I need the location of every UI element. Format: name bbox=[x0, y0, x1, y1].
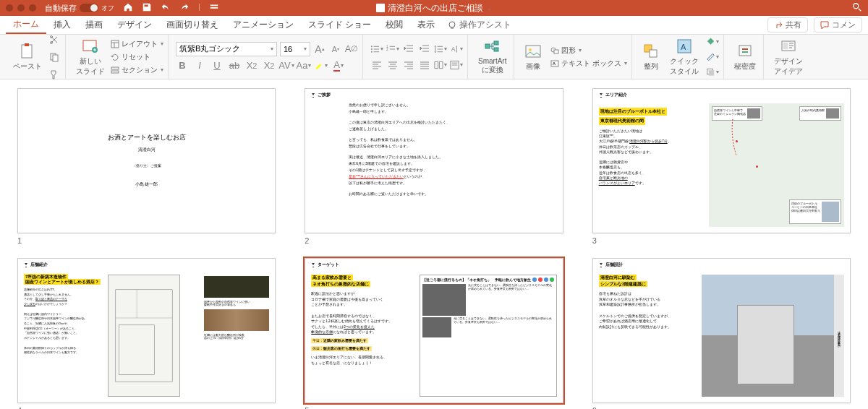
slide3-map: 自然派ワインと中華で注目のミシュラン掲載店 人気の現代美術館 注目のブルーボトル… bbox=[709, 103, 844, 227]
tab-insert[interactable]: 挿入 bbox=[46, 16, 78, 34]
window-controls[interactable] bbox=[6, 4, 36, 12]
shrink-font-icon[interactable]: A▾ bbox=[329, 43, 342, 56]
slide-thumbnail-1[interactable]: お酒とアートを楽しむお店 清澄白河 〈借り主〉ご提案 小島 雄一郎 1 bbox=[17, 88, 276, 245]
clear-format-icon[interactable]: A∅ bbox=[345, 43, 358, 56]
tab-review[interactable]: 校閲 bbox=[378, 16, 410, 34]
change-case-icon[interactable]: Aa▾ bbox=[297, 59, 310, 72]
shape-fill-icon[interactable]: ▾ bbox=[706, 35, 719, 48]
numbering-icon[interactable]: 12▾ bbox=[386, 43, 399, 56]
tell-me[interactable]: 操作アシスト bbox=[448, 19, 511, 31]
bullets-icon[interactable]: ▾ bbox=[370, 43, 383, 56]
layout-button[interactable]: レイアウト▾ bbox=[111, 38, 163, 50]
shape-outline-icon[interactable]: ▾ bbox=[706, 51, 719, 64]
tab-design[interactable]: デザイン bbox=[110, 16, 159, 34]
slide-number: 3 bbox=[592, 236, 851, 245]
align-left-icon[interactable] bbox=[370, 59, 383, 72]
slide-thumbnail-2[interactable]: ご挨拶 当然のお便りで申し訳ございません。小島雄一郎と申します。 この度は東京の… bbox=[305, 88, 563, 245]
arrange-button[interactable]: 整列 bbox=[639, 41, 663, 73]
subscript-icon[interactable]: X2 bbox=[245, 59, 258, 72]
columns-icon[interactable]: ▾ bbox=[434, 59, 447, 72]
font-group: 筑紫B丸ゴシック▾ 16▾ A▴ A▾ A∅ B I U ab X2 X2 AV… bbox=[171, 35, 363, 79]
designideas-group: デザイン アイデア bbox=[767, 35, 810, 79]
svg-text:2: 2 bbox=[386, 47, 388, 51]
indent-inc-icon[interactable] bbox=[418, 43, 431, 56]
tab-slideshow[interactable]: スライド ショー bbox=[301, 16, 378, 34]
svg-point-15 bbox=[371, 48, 373, 50]
svg-rect-40 bbox=[783, 43, 788, 49]
align-right-icon[interactable] bbox=[402, 59, 415, 72]
superscript-icon[interactable]: X2 bbox=[263, 59, 276, 72]
bold-icon[interactable]: B bbox=[176, 59, 189, 72]
char-spacing-icon[interactable]: AV▾ bbox=[280, 59, 293, 72]
strike-icon[interactable]: ab bbox=[228, 59, 241, 72]
search-button[interactable] bbox=[852, 2, 862, 14]
font-color-icon[interactable]: A▾ bbox=[332, 59, 345, 72]
tab-view[interactable]: 表示 bbox=[410, 16, 442, 34]
new-slide-label: 新しい スライド bbox=[76, 56, 105, 77]
svg-point-2 bbox=[449, 22, 455, 27]
tab-transitions[interactable]: 画面切り替え bbox=[159, 16, 226, 34]
format-painter-icon[interactable] bbox=[48, 68, 61, 81]
justify-icon[interactable] bbox=[418, 59, 431, 72]
tab-animations[interactable]: アニメーション bbox=[226, 16, 301, 34]
sensitivity-button[interactable]: 秘密度 bbox=[731, 41, 759, 73]
slide-sorter[interactable]: お酒とアートを楽しむお店 清澄白河 〈借り主〉ご提案 小島 雄一郎 1 ご挨拶 … bbox=[0, 79, 868, 409]
align-center-icon[interactable] bbox=[386, 59, 399, 72]
svg-rect-27 bbox=[554, 50, 558, 53]
slide-thumbnail-3[interactable]: エリア紹介 現地は注目のブルーボトル本社と 東京都現代美術館の間 ご検討いただき… bbox=[592, 88, 851, 245]
autosave-label: 自動保存 bbox=[45, 3, 77, 14]
redo-icon[interactable] bbox=[179, 2, 190, 14]
slide-thumbnail-6[interactable]: 店舗設計 清澄白河に馴染む シンプルな3階建建築に 自宅も兼ねた設計は 浅草のオ… bbox=[592, 258, 851, 409]
slide-thumbnail-5[interactable]: ターゲット 高まる家飲み需要と ネオ角打ちの象徴的な店舗に 釈迦に説法かと思いま… bbox=[305, 258, 563, 409]
slide-number: 6 bbox=[592, 406, 851, 409]
tab-draw[interactable]: 描画 bbox=[78, 16, 110, 34]
grow-font-icon[interactable]: A▴ bbox=[313, 43, 326, 56]
shapes-button[interactable]: 図形▾ bbox=[550, 45, 627, 56]
slide1-author: 小島 雄一郎 bbox=[108, 181, 186, 190]
comment-icon bbox=[820, 21, 829, 30]
italic-icon[interactable]: I bbox=[193, 59, 206, 72]
copy-icon[interactable] bbox=[48, 51, 61, 64]
wine-icon bbox=[599, 263, 603, 267]
slide-thumbnail-4[interactable]: 店舗紹介 7坪強の新築木造物件 国産ワインとアートが楽しめる酒店？ 店舗部分の広… bbox=[17, 258, 276, 409]
shape-effects-icon[interactable]: ▾ bbox=[706, 66, 719, 79]
textbox-button[interactable]: Aテキスト ボックス▾ bbox=[550, 58, 627, 69]
home-icon[interactable] bbox=[123, 2, 133, 14]
undo-icon[interactable] bbox=[161, 2, 171, 14]
save-icon[interactable] bbox=[142, 2, 152, 14]
tab-home[interactable]: ホーム bbox=[6, 16, 46, 34]
section-button[interactable]: セクション▾ bbox=[111, 64, 163, 76]
autosave-toggle[interactable]: 自動保存 オフ bbox=[45, 3, 114, 14]
search-icon bbox=[852, 2, 862, 12]
highlight-icon[interactable]: ▾ bbox=[315, 59, 328, 72]
font-family-select[interactable]: 筑紫B丸ゴシック▾ bbox=[176, 42, 277, 56]
autosave-switch[interactable] bbox=[80, 4, 98, 12]
comments-button[interactable]: コメン bbox=[814, 17, 862, 33]
reset-icon bbox=[111, 53, 119, 61]
reset-button[interactable]: リセット bbox=[111, 51, 163, 63]
designideas-button[interactable]: デザイン アイデア bbox=[771, 36, 806, 78]
share-button[interactable]: 共有 bbox=[767, 17, 808, 33]
quickstyle-button[interactable]: A クイック スタイル bbox=[667, 36, 702, 78]
line-spacing-icon[interactable]: ▾ bbox=[434, 43, 447, 56]
text-direction-icon[interactable]: A▾ bbox=[450, 43, 463, 56]
document-title[interactable]: 清澄白河への出店ご相談 ⌄ bbox=[376, 2, 492, 14]
tell-me-label: 操作アシスト bbox=[459, 19, 511, 31]
qat-more-icon[interactable] bbox=[209, 2, 219, 14]
new-slide-button[interactable]: 新しい スライド bbox=[73, 36, 108, 78]
align-text-icon[interactable]: ▾ bbox=[450, 59, 463, 72]
qat-sep: | bbox=[198, 2, 200, 14]
svg-rect-36 bbox=[739, 46, 751, 56]
svg-point-1 bbox=[854, 4, 859, 9]
underline-icon[interactable]: U bbox=[210, 59, 224, 72]
indent-dec-icon[interactable] bbox=[402, 43, 415, 56]
svg-text:A: A bbox=[681, 43, 686, 51]
slides-group: 新しい スライド レイアウト▾ リセット セクション▾ bbox=[69, 35, 169, 79]
cut-icon[interactable] bbox=[48, 33, 61, 46]
wine-icon bbox=[599, 93, 603, 98]
font-size-select[interactable]: 16▾ bbox=[280, 42, 310, 56]
picture-button[interactable]: 画像 bbox=[522, 41, 545, 73]
smartart-button[interactable]: SmartArt に変換 bbox=[475, 37, 509, 77]
svg-point-25 bbox=[529, 48, 532, 51]
paste-button[interactable]: ペースト bbox=[10, 41, 45, 73]
